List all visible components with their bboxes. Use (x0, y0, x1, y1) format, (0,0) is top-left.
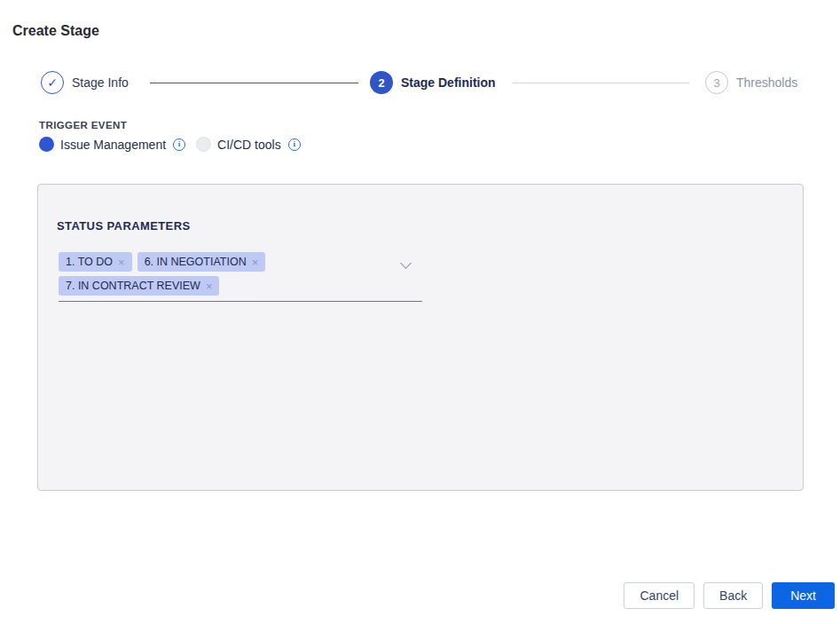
remove-tag-icon[interactable]: × (206, 280, 213, 292)
info-icon[interactable]: i (288, 138, 301, 151)
info-icon[interactable]: i (173, 138, 185, 151)
status-tag[interactable]: 1. TO DO × (59, 252, 132, 272)
status-parameters-label: STATUS PARAMETERS (57, 219, 191, 233)
step-label: Stage Info (72, 75, 129, 90)
step-thresholds[interactable]: 3 Thresholds (705, 71, 797, 94)
step-number-badge: 2 (370, 71, 393, 94)
radio-option-issue-management[interactable]: Issue Management i (39, 137, 185, 152)
create-stage-dialog: Create Stage ✓ Stage Info 2 Stage Defini… (0, 0, 840, 624)
back-button[interactable]: Back (703, 582, 763, 609)
step-label: Stage Definition (401, 75, 496, 90)
step-stage-definition[interactable]: 2 Stage Definition (370, 71, 496, 94)
tag-label: 7. IN CONTRACT REVIEW (66, 280, 200, 292)
radio-option-cicd-tools[interactable]: CI/CD tools i (196, 137, 301, 152)
page-title: Create Stage (12, 23, 99, 39)
trigger-event-label: TRIGGER EVENT (39, 120, 127, 130)
remove-tag-icon[interactable]: × (118, 257, 125, 268)
step-stage-info[interactable]: ✓ Stage Info (41, 71, 129, 94)
status-tag[interactable]: 7. IN CONTRACT REVIEW × (59, 276, 219, 296)
status-multiselect-field[interactable]: 1. TO DO × 6. IN NEGOTIATION × 7. IN CON… (59, 252, 422, 302)
selected-tags: 1. TO DO × 6. IN NEGOTIATION × 7. IN CON… (59, 252, 422, 296)
step-label: Thresholds (736, 75, 797, 90)
step-number-badge: 3 (705, 71, 728, 94)
status-tag[interactable]: 6. IN NEGOTIATION × (137, 252, 266, 272)
cancel-button[interactable]: Cancel (624, 582, 695, 609)
radio-selected-icon[interactable] (39, 137, 54, 152)
wizard-stepper: ✓ Stage Info 2 Stage Definition 3 Thresh… (0, 71, 840, 95)
radio-label: CI/CD tools (217, 138, 281, 152)
tag-label: 1. TO DO (66, 256, 113, 268)
radio-unselected-icon[interactable] (196, 137, 211, 152)
check-icon: ✓ (41, 71, 64, 94)
tag-label: 6. IN NEGOTIATION (145, 256, 247, 268)
stepper-connector-todo (513, 83, 689, 83)
trigger-event-options: Issue Management i CI/CD tools i (39, 137, 301, 152)
next-button[interactable]: Next (772, 582, 835, 609)
status-parameters-panel: STATUS PARAMETERS 1. TO DO × 6. IN NEGOT… (37, 184, 804, 491)
remove-tag-icon[interactable]: × (252, 257, 259, 268)
radio-label: Issue Management (60, 138, 166, 152)
footer-actions: Cancel Back Next (624, 582, 835, 609)
stepper-connector-done (150, 83, 358, 83)
